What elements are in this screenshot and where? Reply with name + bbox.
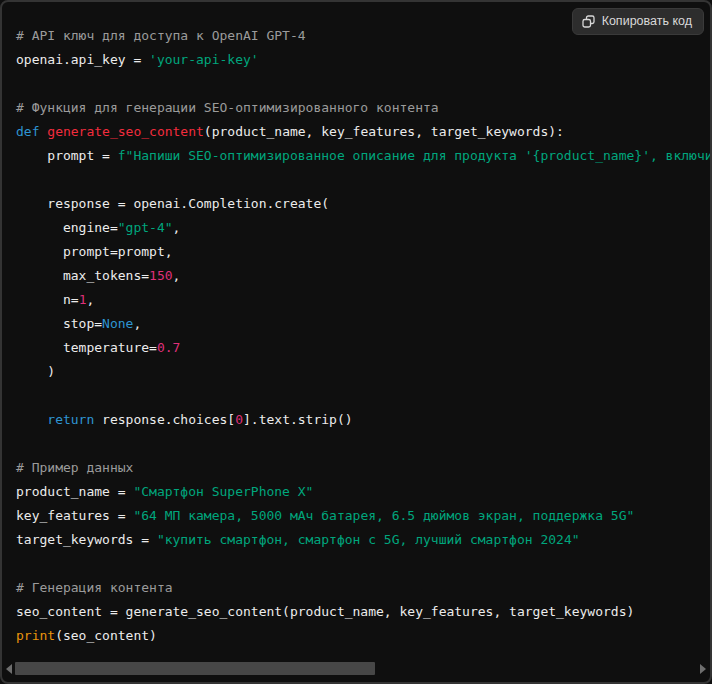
- code-line: engine="gpt-4",: [16, 216, 710, 240]
- code-line: ): [16, 360, 710, 384]
- horizontal-scrollbar[interactable]: [2, 662, 710, 676]
- code-line: # Генерация контента: [16, 576, 710, 600]
- scrollbar-thumb[interactable]: [15, 662, 375, 675]
- code-line: [16, 72, 710, 96]
- code-line: openai.api_key = 'your-api-key': [16, 48, 710, 72]
- code-line: prompt = f"Напиши SEO-оптимизированное о…: [16, 144, 710, 168]
- code-content: # API ключ для доступа к OpenAI GPT-4ope…: [2, 2, 710, 660]
- code-line: n=1,: [16, 288, 710, 312]
- code-line: seo_content = generate_seo_content(produ…: [16, 600, 710, 624]
- code-line: max_tokens=150,: [16, 264, 710, 288]
- scrollbar-left-arrow-icon[interactable]: [6, 664, 12, 674]
- code-line: # Пример данных: [16, 456, 710, 480]
- code-line: stop=None,: [16, 312, 710, 336]
- code-line: return response.choices[0].text.strip(): [16, 408, 710, 432]
- code-line: def generate_seo_content(product_name, k…: [16, 120, 710, 144]
- copy-button-label: Копировать код: [602, 14, 692, 28]
- code-line: key_features = "64 МП камера, 5000 мАч б…: [16, 504, 710, 528]
- copy-icon: [582, 15, 595, 28]
- code-line: prompt=prompt,: [16, 240, 710, 264]
- code-line: [16, 384, 710, 408]
- code-line: [16, 432, 710, 456]
- code-line: response = openai.Completion.create(: [16, 192, 710, 216]
- copy-code-button[interactable]: Копировать код: [572, 8, 704, 35]
- code-line: print(seo_content): [16, 624, 710, 648]
- code-line: [16, 552, 710, 576]
- code-block-window: Копировать код # API ключ для доступа к …: [0, 0, 712, 684]
- code-line: target_keywords = "купить смартфон, смар…: [16, 528, 710, 552]
- code-line: product_name = "Смартфон SuperPhone X": [16, 480, 710, 504]
- scrollbar-right-arrow-icon[interactable]: [700, 664, 706, 674]
- code-line: [16, 168, 710, 192]
- code-line: temperature=0.7: [16, 336, 710, 360]
- code-line: # Функция для генерации SEO-оптимизирова…: [16, 96, 710, 120]
